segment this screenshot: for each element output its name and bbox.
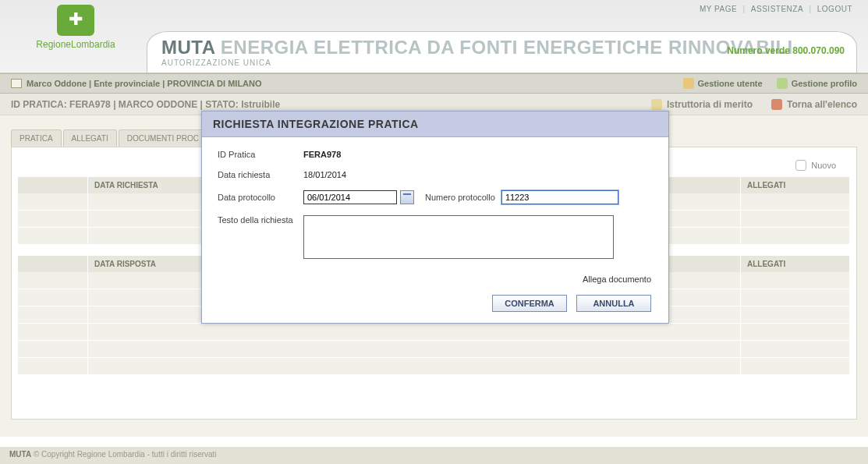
logo-icon	[57, 5, 94, 36]
label-data-protocollo: Data protocollo	[218, 193, 303, 202]
value-data-richiesta: 18/01/2014	[303, 170, 346, 179]
grid1-h-allegati: ALLEGATI	[741, 177, 850, 193]
tab-pratica[interactable]: PRATICA	[11, 129, 62, 147]
home-icon[interactable]	[11, 79, 22, 88]
field-id-pratica: ID Pratica FERA978	[218, 150, 653, 159]
table-row	[18, 324, 850, 341]
textarea-testo-richiesta[interactable]	[303, 215, 614, 259]
footer: MUTA © Copyright Regione Lombardia - tut…	[0, 447, 868, 464]
istruttoria-label: Istruttoria di merito	[667, 99, 753, 110]
table-row	[18, 341, 850, 358]
label-id-pratica: ID Pratica	[218, 150, 303, 159]
conferma-button[interactable]: CONFERMA	[492, 295, 567, 312]
logo-block: RegioneLombardia	[17, 5, 134, 50]
link-torna-elenco[interactable]: Torna all'elenco	[771, 99, 857, 110]
tab-allegati[interactable]: ALLEGATI	[63, 129, 117, 147]
label-numero-protocollo: Numero protocollo	[425, 193, 495, 202]
context-right: Istruttoria di merito Torna all'elenco	[651, 99, 857, 110]
title-rest: ENERGIA ELETTRICA DA FONTI ENERGETICHE R…	[221, 37, 793, 58]
nuovo-button[interactable]: Nuovo	[811, 161, 836, 170]
doc-icon	[651, 99, 662, 110]
link-logout[interactable]: LOGOUT	[817, 5, 852, 13]
value-id-pratica: FERA978	[303, 150, 341, 159]
modal-title: RICHIESTA INTEGRAZIONE PRATICA	[202, 112, 668, 137]
gestione-profilo-label: Gestione profilo	[792, 79, 857, 88]
label-data-richiesta: Data richiesta	[218, 170, 303, 179]
new-icon	[795, 160, 806, 171]
logo-text: RegioneLombardia	[17, 39, 134, 50]
footer-brand: MUTA	[9, 450, 31, 459]
field-protocollo-row: Data protocollo Numero protocollo	[218, 190, 653, 204]
user-icon	[683, 78, 694, 89]
tab-documenti[interactable]: DOCUMENTI PROC	[119, 129, 207, 147]
input-data-protocollo[interactable]	[303, 190, 397, 204]
user-bar-right: Gestione utente Gestione profilo	[683, 78, 857, 89]
link-gestione-profilo[interactable]: Gestione profilo	[777, 78, 857, 89]
link-istruttoria[interactable]: Istruttoria di merito	[651, 99, 753, 110]
title-muta: MUTA	[161, 37, 215, 58]
field-data-richiesta: Data richiesta 18/01/2014	[218, 170, 653, 179]
input-numero-protocollo[interactable]	[501, 190, 618, 204]
label-testo: Testo della richiesta	[218, 215, 303, 225]
grid2-h0	[18, 256, 88, 272]
context-left: ID PRATICA: FERA978 | MARCO ODDONE | STA…	[11, 99, 280, 110]
table-row	[18, 358, 850, 375]
link-my-page[interactable]: MY PAGE	[700, 5, 737, 13]
link-allega-documento[interactable]: Allega documento	[218, 270, 653, 295]
app-subtitle: AUTORIZZAZIONE UNICA	[161, 58, 842, 67]
user-bar: Marco Oddone | Ente provinciale | PROVIN…	[0, 73, 868, 94]
top-header: MY PAGE | ASSISTENZA | LOGOUT RegioneLom…	[0, 0, 868, 73]
grid2-h-allegati: ALLEGATI	[741, 256, 850, 272]
modal-richiesta-integrazione: RICHIESTA INTEGRAZIONE PRATICA ID Pratic…	[201, 111, 669, 324]
top-links: MY PAGE | ASSISTENZA | LOGOUT	[698, 5, 854, 13]
calendar-icon[interactable]	[400, 190, 414, 204]
field-testo: Testo della richiesta	[218, 215, 653, 259]
modal-actions: CONFERMA ANNULLA	[218, 295, 653, 315]
annulla-button[interactable]: ANNULLA	[576, 295, 651, 312]
numero-verde: Numero verde 800.070.090	[727, 45, 845, 56]
link-assistenza[interactable]: ASSISTENZA	[751, 5, 803, 13]
torna-elenco-label: Torna all'elenco	[787, 99, 857, 110]
footer-text: © Copyright Regione Lombardia - tutti i …	[31, 450, 216, 459]
back-icon	[771, 99, 782, 110]
gestione-utente-label: Gestione utente	[698, 79, 763, 88]
modal-body: ID Pratica FERA978 Data richiesta 18/01/…	[202, 137, 668, 323]
user-bar-left: Marco Oddone | Ente provinciale | PROVIN…	[11, 79, 262, 88]
profile-icon	[777, 78, 788, 89]
link-gestione-utente[interactable]: Gestione utente	[683, 78, 763, 89]
grid1-h0	[18, 177, 88, 193]
user-bar-text: Marco Oddone | Ente provinciale | PROVIN…	[27, 79, 262, 88]
